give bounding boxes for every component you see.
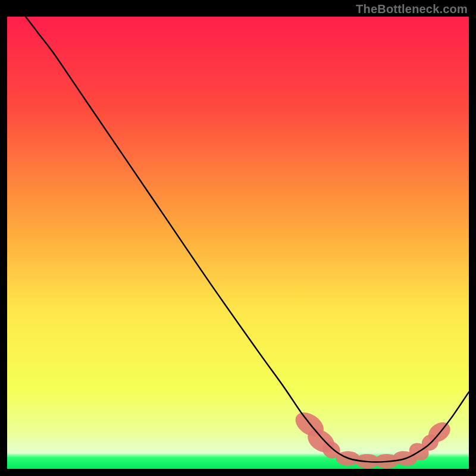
chart-frame: TheBottleneck.com xyxy=(0,0,476,476)
svg-rect-0 xyxy=(7,17,469,469)
attribution-text: TheBottleneck.com xyxy=(356,2,468,16)
plot-area xyxy=(7,17,469,469)
gradient-background xyxy=(7,17,469,469)
